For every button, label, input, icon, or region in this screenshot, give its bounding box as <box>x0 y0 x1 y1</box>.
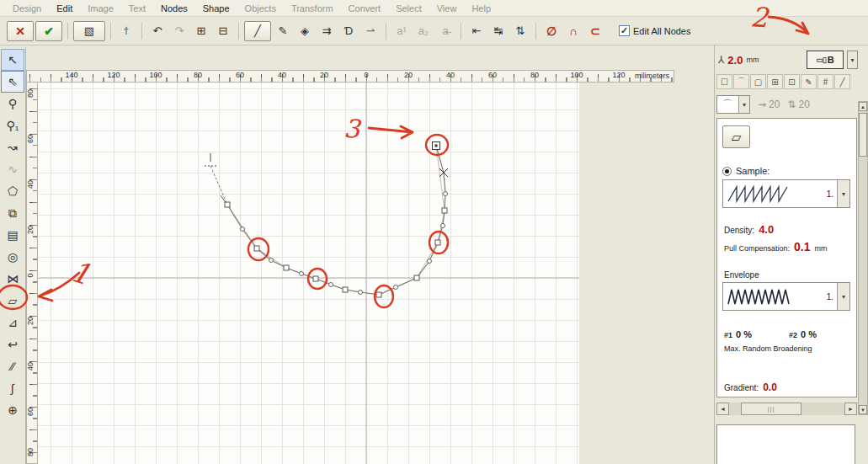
menu-select: Select <box>388 1 429 16</box>
ruler-label: 60 <box>488 71 497 79</box>
stitch-length-value[interactable]: 2.0 <box>727 54 743 67</box>
slant-node-button[interactable]: ◈ <box>295 21 315 41</box>
envelope-pattern-dropdown[interactable]: 1. ▾ <box>722 282 850 311</box>
broadening-2-value[interactable]: 0 % <box>801 329 817 339</box>
delete-node-button[interactable]: ⊟ <box>213 21 233 41</box>
sample-dropdown-arrow[interactable]: ▾ <box>837 180 849 207</box>
block-b-button[interactable]: ▭▯ B <box>807 51 844 69</box>
rect-icon[interactable]: ▢ <box>750 74 766 89</box>
rect-plus-icon[interactable]: ⊞ <box>767 74 783 89</box>
menu-text: Text <box>121 1 153 16</box>
globe-tool[interactable]: ⊕ <box>1 399 24 421</box>
menu-design: Design <box>5 1 49 16</box>
measure-button[interactable]: ⇉ <box>317 21 337 41</box>
intersect-tool[interactable]: ⋈ <box>1 268 24 290</box>
edit-all-nodes-checkbox[interactable]: ✓ Edit All Nodes <box>619 25 690 36</box>
undo-button[interactable]: ↶ <box>147 21 168 41</box>
space-end-button[interactable]: ⇅ <box>510 21 530 41</box>
ruler-label: 0 <box>364 71 368 79</box>
sample-pattern-preview <box>727 184 804 203</box>
curve-line-tool[interactable]: ∫ <box>1 377 24 399</box>
ruler-label: 20 <box>404 71 413 79</box>
scroll-thumb[interactable]: ||| <box>741 403 801 415</box>
scroll-down-arrow[interactable]: ▼ <box>859 405 867 414</box>
menu-nodes[interactable]: Nodes <box>153 1 195 16</box>
cancel-button[interactable]: ✕ <box>7 21 34 41</box>
broadening-1-value[interactable]: 0 % <box>736 329 752 339</box>
shape-mode-button[interactable]: ▱ <box>722 125 750 148</box>
ruler-label: 120 <box>612 71 625 79</box>
pointer-tool[interactable]: ↖ <box>1 49 24 71</box>
envelope-dropdown-arrow[interactable]: ▾ <box>837 283 849 310</box>
b-dropdown-arrow[interactable]: ▾ <box>847 51 858 69</box>
rect-dot-icon[interactable]: ⊡ <box>784 74 800 89</box>
vertical-scroll-thumb[interactable] <box>859 113 867 157</box>
ring-tool[interactable]: ◎ <box>1 246 24 268</box>
ruler-label: 80 <box>530 71 539 79</box>
scroll-right-arrow[interactable]: ► <box>844 403 857 415</box>
hook-tool[interactable]: ↩ <box>1 333 24 355</box>
shape-c-button[interactable]: ⊂ <box>585 21 605 41</box>
scroll-left-arrow[interactable]: ◄ <box>716 403 729 415</box>
sample-pattern-dropdown[interactable]: 1. ▾ <box>722 179 850 208</box>
ruler-label: 20 <box>26 312 36 329</box>
grid-icon[interactable]: # <box>817 74 833 89</box>
hatch-tool[interactable]: ∕∕ <box>1 355 24 377</box>
apply-button[interactable]: ✔ <box>35 21 62 41</box>
zoom-1-tool[interactable]: ⚲₁ <box>1 115 24 136</box>
lift-tool-button[interactable]: ϯ <box>116 21 136 41</box>
density-value[interactable]: 4.0 <box>759 223 774 236</box>
fill-settings-panel: ▱ Sample: 1. ▾ Density: 4.0 Pull Compens… <box>716 118 857 397</box>
menu-edit[interactable]: Edit <box>49 1 80 16</box>
separator <box>535 23 536 40</box>
fill-mode-button[interactable]: ▧ <box>73 21 105 41</box>
envelope-label: Envelope <box>724 270 759 280</box>
zoom-tool[interactable]: ⚲ <box>1 93 24 115</box>
menu-shape[interactable]: Shape <box>195 1 237 16</box>
add-node-button[interactable]: ⊞ <box>191 21 211 41</box>
shape-arc-button[interactable]: ∩ <box>563 21 583 41</box>
menu-transform: Transform <box>284 1 341 16</box>
gradient-value[interactable]: 0.0 <box>763 381 777 393</box>
param-a: ⇝ 20 <box>758 99 780 110</box>
curve-type-dropdown[interactable]: ⌒ ▾ <box>716 95 750 114</box>
node-edit-tool[interactable]: ⇖ <box>1 71 24 93</box>
freehand-select-tool[interactable]: ↝ <box>1 136 24 158</box>
pen-icon[interactable]: ✎ <box>801 74 817 89</box>
space-both-button[interactable]: ↹ <box>488 21 509 41</box>
gradient-row: Gradient: 0.0 <box>724 381 777 393</box>
knife-tool[interactable]: ▱ <box>1 290 24 312</box>
overlap-tool[interactable]: ⧉ <box>1 202 24 224</box>
auto-checkbox-icon[interactable]: ☐ <box>716 74 732 89</box>
design-canvas[interactable] <box>38 83 579 464</box>
separator <box>110 23 111 40</box>
shape-oval-button[interactable]: ∅ <box>541 21 562 41</box>
scroll-up-arrow[interactable]: ▲ <box>859 102 867 111</box>
line-node-button[interactable]: ╱ <box>244 21 271 41</box>
sample-radio[interactable] <box>722 167 732 176</box>
panel-horizontal-scrollbar[interactable]: ◄ ||| ► <box>716 403 857 415</box>
curve-tool: ∿ <box>1 158 24 180</box>
wedge-tool[interactable]: ⊿ <box>1 312 24 333</box>
ruler-label: 60 <box>26 403 36 420</box>
angle-button[interactable]: ⇀ <box>360 21 381 41</box>
layers-tool[interactable]: ▤ <box>1 224 24 246</box>
pull-compensation-value[interactable]: 0.1 <box>794 240 810 253</box>
curve-node-button[interactable]: ✎ <box>273 21 293 41</box>
arc-node-icon[interactable]: ⌒ <box>733 74 749 89</box>
gradient-label: Gradient: <box>724 383 759 392</box>
ruler-label: 40 <box>278 71 286 79</box>
order-a3-button: a̶ <box>435 21 455 41</box>
space-start-button[interactable]: ⇤ <box>466 21 487 41</box>
param-b: ⇅ 20 <box>787 99 809 110</box>
panel-vertical-scrollbar[interactable]: ▲ ▼ <box>858 101 868 415</box>
ruler-label: 80 <box>194 71 202 79</box>
pull-compensation-row: Pull Compensation: 0.1 mm <box>724 240 828 253</box>
curve-type-arrow[interactable]: ▾ <box>738 96 749 113</box>
stitch-length-unit: mm <box>746 56 759 64</box>
param-a-icon: ⇝ <box>758 99 766 110</box>
ruler-label: 80 <box>26 444 36 461</box>
polygon-tool[interactable]: ⬠ <box>1 180 24 202</box>
slash-icon[interactable]: ╱ <box>834 74 850 89</box>
shape-d-button[interactable]: Ɗ <box>338 21 359 41</box>
